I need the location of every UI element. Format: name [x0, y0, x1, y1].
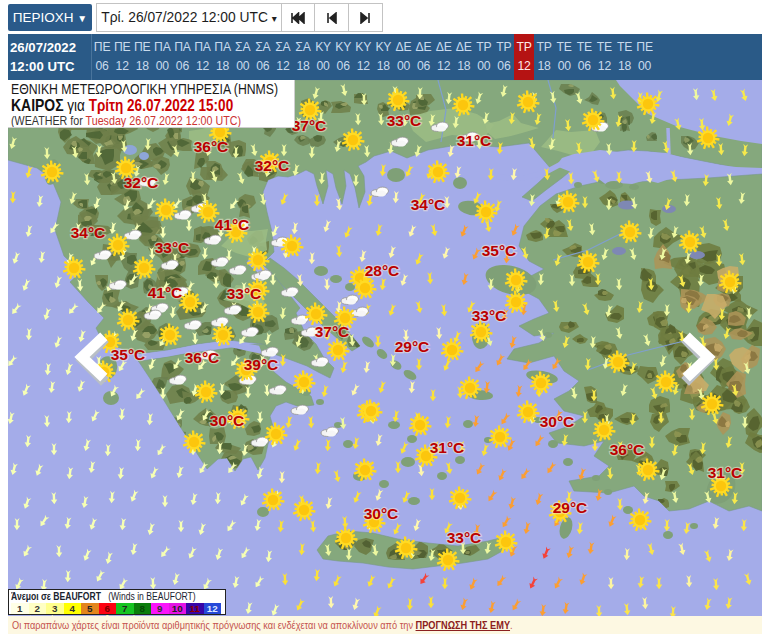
svg-text:29°C: 29°C [553, 499, 588, 516]
svg-text:33°C: 33°C [155, 239, 190, 256]
svg-text:33°C: 33°C [447, 529, 482, 546]
svg-text:30°C: 30°C [364, 505, 399, 522]
svg-text:39°C: 39°C [244, 356, 279, 373]
svg-text:36°C: 36°C [610, 441, 645, 458]
svg-text:31°C: 31°C [430, 439, 465, 456]
svg-text:33°C: 33°C [472, 307, 507, 324]
svg-text:34°C: 34°C [411, 196, 446, 213]
svg-text:37°C: 37°C [315, 323, 350, 340]
svg-text:28°C: 28°C [365, 262, 400, 279]
svg-text:32°C: 32°C [124, 174, 159, 191]
svg-text:37°C: 37°C [292, 117, 327, 134]
svg-text:30°C: 30°C [210, 412, 245, 429]
svg-text:35°C: 35°C [111, 346, 146, 363]
svg-text:31°C: 31°C [708, 464, 743, 481]
svg-text:31°C: 31°C [457, 132, 492, 149]
svg-text:33°C: 33°C [227, 285, 262, 302]
svg-text:29°C: 29°C [395, 338, 430, 355]
svg-text:36°C: 36°C [185, 349, 220, 366]
svg-text:32°C: 32°C [255, 157, 290, 174]
svg-text:41°C: 41°C [148, 284, 183, 301]
svg-text:36°C: 36°C [194, 138, 229, 155]
svg-text:35°C: 35°C [482, 242, 517, 259]
svg-text:34°C: 34°C [71, 224, 106, 241]
svg-text:33°C: 33°C [387, 112, 422, 129]
svg-text:30°C: 30°C [540, 413, 575, 430]
svg-text:41°C: 41°C [215, 216, 250, 233]
